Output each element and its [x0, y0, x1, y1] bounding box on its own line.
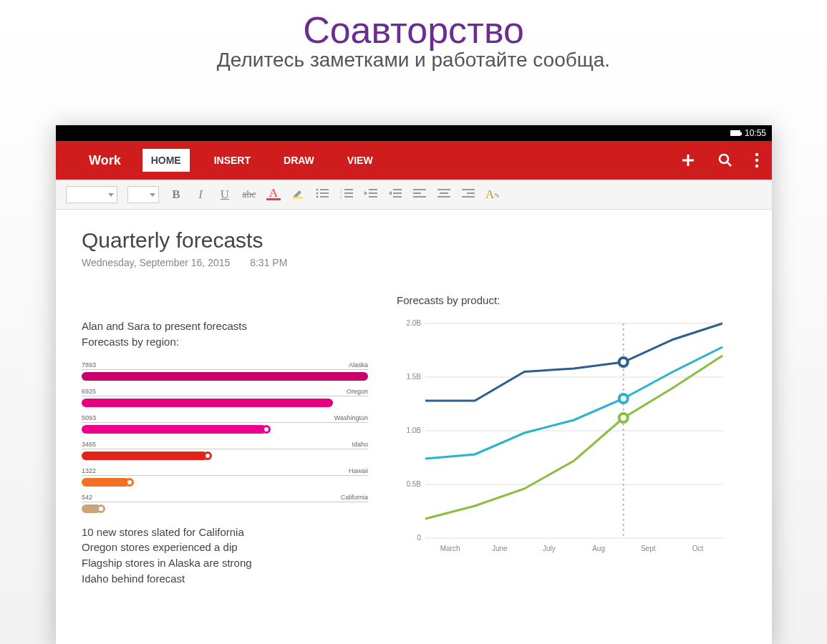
svg-rect-6: [320, 189, 329, 190]
font-family-combo[interactable]: [66, 186, 117, 203]
app-window: 10:55 Work HOME INSERT DRAW VIEW B I U: [56, 125, 772, 644]
svg-rect-10: [320, 196, 329, 197]
bar-label: Oregon: [347, 388, 368, 395]
svg-rect-18: [369, 192, 377, 194]
bar-row: 5093Washington: [82, 414, 368, 434]
bar-row: 1322Hawaii: [82, 467, 368, 487]
svg-rect-25: [413, 196, 426, 197]
svg-point-5: [316, 188, 319, 190]
svg-point-1: [755, 153, 758, 156]
svg-rect-8: [320, 192, 329, 194]
text-line: Oregon stores experienced a dip: [82, 540, 368, 555]
product-chart-title: Forecasts by product:: [397, 294, 746, 306]
svg-rect-26: [437, 189, 450, 190]
strikethrough-button[interactable]: abc: [242, 189, 256, 200]
text-line: 10 new stores slated for California: [82, 525, 368, 540]
svg-point-7: [316, 192, 319, 194]
note-bullets[interactable]: 10 new stores slated for CaliforniaOrego…: [82, 525, 368, 587]
more-icon[interactable]: [755, 152, 759, 168]
svg-text:June: June: [492, 545, 508, 552]
product-line-chart: 00.5B1.0B1.5B2.0BMarchJuneJulyAugSeptOct: [397, 316, 726, 560]
bar-value: 5093: [82, 414, 96, 421]
region-bar-chart: 7893Alaska6925Oregon5093Washington3465Id…: [82, 361, 368, 513]
highlight-button[interactable]: [291, 186, 305, 203]
hamburger-icon[interactable]: [63, 155, 79, 165]
svg-rect-16: [344, 196, 353, 197]
svg-text:0: 0: [417, 534, 421, 542]
svg-text:Aug: Aug: [592, 545, 605, 552]
svg-rect-27: [440, 192, 448, 194]
svg-rect-28: [437, 196, 450, 197]
svg-text:1.0B: 1.0B: [406, 426, 421, 434]
note-time: 8:31 PM: [250, 257, 287, 268]
indent-button[interactable]: [388, 187, 402, 202]
bar-value: 1322: [82, 467, 96, 474]
clear-format-button[interactable]: A✎: [485, 187, 500, 202]
svg-rect-24: [413, 192, 421, 194]
text-line: Idaho behind forecast: [82, 571, 368, 587]
bar-row: 3465Idaho: [82, 441, 368, 460]
svg-text:2.0B: 2.0B: [406, 319, 421, 327]
status-time: 10:55: [745, 128, 766, 138]
svg-point-49: [619, 358, 628, 366]
svg-rect-17: [369, 189, 377, 190]
search-icon[interactable]: [717, 152, 733, 168]
svg-rect-31: [462, 196, 475, 197]
bar-label: Hawaii: [349, 467, 368, 474]
font-size-combo[interactable]: [127, 186, 159, 203]
svg-rect-19: [369, 196, 377, 197]
battery-icon: [730, 130, 740, 136]
add-icon[interactable]: [680, 152, 696, 168]
svg-text:March: March: [440, 545, 460, 552]
outdent-button[interactable]: [364, 187, 378, 202]
note-title[interactable]: Quarterly forecasts: [82, 228, 368, 253]
bar-row: 7893Alaska: [82, 361, 368, 381]
svg-point-2: [755, 159, 758, 162]
tab-insert[interactable]: INSERT: [205, 149, 259, 172]
svg-rect-29: [462, 189, 475, 190]
status-bar: 10:55: [56, 125, 772, 141]
bold-button[interactable]: B: [169, 187, 183, 202]
bullet-list-button[interactable]: [315, 187, 329, 202]
align-center-button[interactable]: [437, 187, 451, 202]
text-line: Alan and Sara to present forecasts: [82, 318, 368, 334]
bar-value: 6925: [82, 388, 96, 395]
tab-home[interactable]: HOME: [142, 149, 190, 172]
svg-rect-30: [467, 192, 475, 194]
italic-button[interactable]: I: [193, 187, 208, 202]
bar-label: Washington: [334, 414, 368, 421]
svg-point-51: [619, 414, 628, 422]
bar-value: 3465: [82, 441, 96, 448]
font-color-button[interactable]: A: [266, 188, 281, 200]
underline-button[interactable]: U: [218, 187, 232, 202]
tab-draw[interactable]: DRAW: [275, 149, 323, 172]
tab-view[interactable]: VIEW: [339, 149, 382, 172]
text-line: Forecasts by region:: [82, 334, 368, 350]
note-canvas[interactable]: Quarterly forecasts Wednesday, September…: [56, 210, 772, 605]
svg-text:Sept: Sept: [641, 545, 656, 552]
svg-text:3: 3: [340, 195, 342, 198]
format-ribbon: B I U abc A 123 A✎: [56, 180, 772, 210]
notebook-name[interactable]: Work: [89, 153, 121, 168]
svg-rect-23: [413, 189, 426, 190]
bar-row: 542California: [82, 494, 368, 513]
note-body[interactable]: Alan and Sara to present forecasts Forec…: [82, 318, 368, 350]
svg-rect-12: [344, 189, 353, 190]
bar-value: 542: [82, 494, 92, 501]
svg-point-50: [619, 394, 628, 403]
bar-value: 7893: [82, 361, 96, 369]
svg-text:Oct: Oct: [692, 545, 704, 552]
svg-text:1.5B: 1.5B: [406, 373, 421, 381]
svg-text:0.5B: 0.5B: [406, 480, 421, 488]
align-left-button[interactable]: [412, 187, 427, 202]
svg-point-9: [316, 195, 319, 197]
bar-label: Idaho: [352, 441, 368, 448]
bar-row: 6925Oregon: [82, 388, 368, 407]
promo-subtitle: Делитесь заметками и работайте сообща.: [0, 49, 827, 72]
svg-rect-22: [393, 196, 402, 197]
numbered-list-button[interactable]: 123: [339, 187, 354, 202]
align-right-button[interactable]: [461, 187, 475, 202]
note-meta: Wednesday, September 16, 2015 8:31 PM: [82, 257, 368, 268]
svg-text:July: July: [543, 545, 556, 552]
svg-rect-14: [344, 192, 353, 194]
